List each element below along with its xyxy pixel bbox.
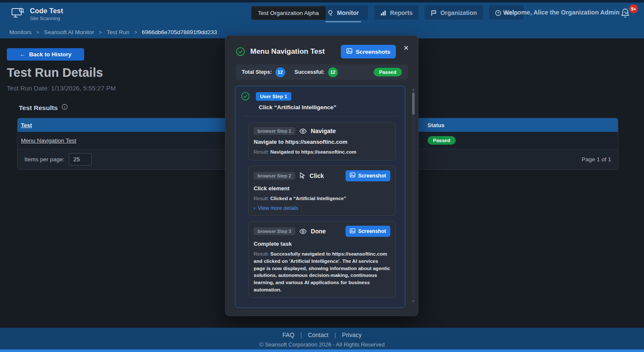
footer-link-contact[interactable]: Contact <box>308 332 328 338</box>
result-text: Navigated to https://seansoftinc.com <box>270 149 356 154</box>
nav-item-reports[interactable]: Reports <box>374 5 419 20</box>
copyright-text: © Seansoft Corporation 2026 - All Rights… <box>0 341 644 348</box>
browser-step-action: Click <box>310 172 324 179</box>
scrollbar-up-arrow[interactable]: ▲ <box>412 88 415 91</box>
back-to-history-button[interactable]: ← Back to History <box>7 48 84 61</box>
user-step-badge: User Step 1 <box>256 92 291 101</box>
image-icon <box>346 48 352 55</box>
breadcrumb-monitors[interactable]: Monitors <box>9 29 32 35</box>
breadcrumb: Monitors > Seansoft AI Monitor > Test Ru… <box>9 29 217 35</box>
browser-step-description: Complete task <box>254 241 390 247</box>
modal-header: Menu Navigation Test Screenshots ✕ <box>225 36 418 64</box>
notifications-button[interactable]: 9+ <box>620 8 635 22</box>
browser-step-action: Done <box>311 228 326 235</box>
nav-items: Monitor Reports Organization ? <box>321 5 524 20</box>
footer-link-faq[interactable]: FAQ <box>282 332 294 338</box>
status-badge: Passed <box>427 136 456 145</box>
modal-status-badge: Passed <box>374 68 402 76</box>
browser-step-result: Result: Navigated to https://seansoftinc… <box>254 148 390 156</box>
result-label: Result: <box>254 149 269 154</box>
scrollbar-down-arrow[interactable]: ▼ <box>412 300 415 303</box>
successful-count: 12 <box>328 67 338 77</box>
breadcrumb-separator: > <box>134 29 137 35</box>
notification-badge: 9+ <box>629 4 638 13</box>
items-per-page-label: Items per page: <box>24 156 64 163</box>
brand-title: Code Test <box>30 7 63 15</box>
breadcrumb-monitor[interactable]: Seansoft AI Monitor <box>44 29 94 35</box>
footer-links: FAQ | Contact | Privacy <box>0 328 644 338</box>
bottom-accent-strip <box>0 349 644 352</box>
breadcrumb-separator: > <box>99 29 102 35</box>
page-title: Test Run Details <box>7 66 103 80</box>
welcome-text: Welcome, Alice the Organization Admin <box>503 9 620 16</box>
breadcrumb-run-id: 6966db6e705d78891f9dd233 <box>142 29 217 35</box>
browser-step-result: Result: Clicked a “Artificial Intelligen… <box>254 195 390 202</box>
breadcrumb-separator: > <box>36 29 39 35</box>
modal-stats-bar: Total Steps: 12 Successful: 12 Passed <box>236 64 408 80</box>
column-header-status: Status <box>427 122 445 128</box>
bell-icon <box>620 13 630 20</box>
footer-separator: | <box>334 332 336 338</box>
navbar: Code Test Site Scanning Test Organizatio… <box>0 3 644 38</box>
cursor-icon <box>299 172 305 179</box>
brand[interactable]: Code Test Site Scanning <box>11 7 63 21</box>
screenshots-button[interactable]: Screenshots <box>341 45 396 58</box>
eye-icon <box>299 128 307 134</box>
flag-icon <box>430 10 437 16</box>
divider <box>243 116 398 116</box>
check-circle-icon <box>241 92 250 101</box>
test-results-heading: Test Results <box>19 104 68 112</box>
browser-step-description: Navigate to https://seansoftinc.com <box>254 139 390 145</box>
bar-chart-icon <box>380 10 386 16</box>
footer-link-privacy[interactable]: Privacy <box>342 332 362 338</box>
footer-separator: | <box>300 332 302 338</box>
nav-item-label: Monitor <box>337 9 359 16</box>
view-more-details-link[interactable]: › View more details <box>254 205 390 211</box>
footer: FAQ | Contact | Privacy © Seansoft Corpo… <box>0 328 644 349</box>
browser-step-badge: browser Step 1 <box>254 127 295 135</box>
result-label: Result: <box>254 251 269 256</box>
result-label: Result: <box>254 196 269 201</box>
user-step-text: Click “Artificial Intelligence” <box>259 104 400 111</box>
browser-step-badge: browser Step 3 <box>254 227 295 235</box>
total-steps-label: Total Steps: <box>242 69 272 75</box>
browser-step-result: Result: Successfully navigated to https:… <box>254 250 390 293</box>
browser-step-card: browser Step 3 Done Screenshot <box>248 221 396 298</box>
view-more-label: View more details <box>258 205 299 211</box>
browser-step-action: Navigate <box>311 128 336 134</box>
close-icon[interactable]: ✕ <box>401 43 411 53</box>
eye-icon <box>299 229 307 234</box>
screenshot-button[interactable]: Screenshot <box>345 170 390 181</box>
breadcrumb-test-run[interactable]: Test Run <box>107 29 129 35</box>
back-button-label: Back to History <box>29 51 71 58</box>
nav-item-label: Organization <box>440 9 477 16</box>
info-icon[interactable] <box>61 104 68 112</box>
test-name-link[interactable]: Menu Navigation Test <box>21 137 76 144</box>
screenshots-button-label: Screenshots <box>356 49 390 55</box>
image-icon <box>350 228 355 235</box>
steps-scroll-area[interactable]: User Step 1 Click “Artificial Intelligen… <box>225 86 418 308</box>
browser-step-badge: browser Step 2 <box>254 172 295 180</box>
org-selector-button[interactable]: Test Organization Alpha <box>251 6 326 20</box>
items-per-page-input[interactable] <box>69 153 92 166</box>
test-details-modal: Menu Navigation Test Screenshots ✕ Total… <box>225 35 419 316</box>
monitor-icon <box>327 10 334 16</box>
nav-item-label: Reports <box>390 9 413 16</box>
successful-label: Successful: <box>295 69 325 75</box>
browser-step-description: Click element <box>254 185 390 192</box>
brand-subtitle: Site Scanning <box>30 16 63 21</box>
result-text: Clicked a “Artificial Intelligence” <box>270 196 346 201</box>
active-tab-underline <box>325 21 361 22</box>
total-steps-count: 12 <box>275 67 285 77</box>
user-menu[interactable]: Welcome, Alice the Organization Admin <box>503 9 629 16</box>
modal-scrollbar[interactable]: ▲ ▼ <box>412 87 415 303</box>
screenshot-button-label: Screenshot <box>358 228 386 234</box>
screenshot-button[interactable]: Screenshot <box>345 226 390 237</box>
browser-step-card: browser Step 2 Click Screenshot <box>248 166 396 216</box>
scrollbar-thumb[interactable] <box>412 93 415 115</box>
nav-item-monitor[interactable]: Monitor <box>321 5 368 20</box>
column-header-test[interactable]: Test <box>21 122 32 128</box>
screenshot-button-label: Screenshot <box>358 173 386 179</box>
nav-item-organization[interactable]: Organization <box>424 5 483 20</box>
check-circle-icon <box>236 47 245 56</box>
